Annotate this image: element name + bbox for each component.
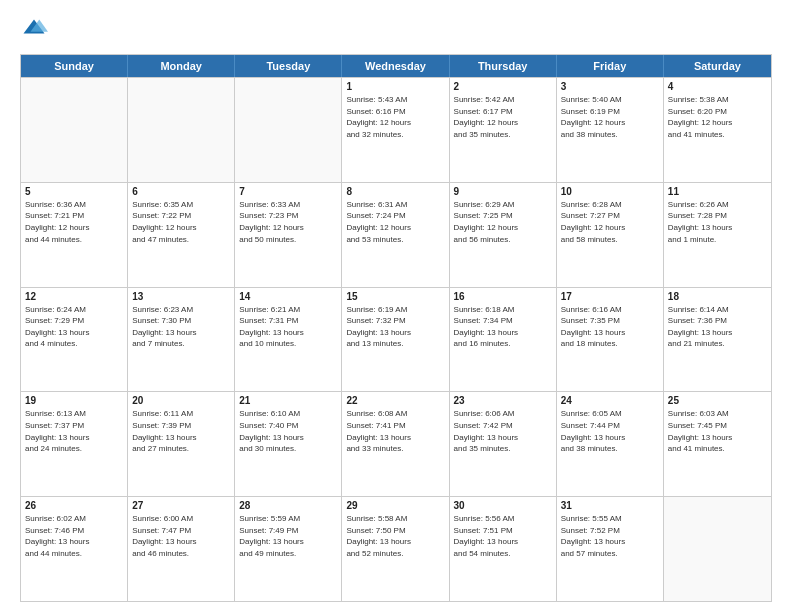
calendar-day-cell: 15Sunrise: 6:19 AM Sunset: 7:32 PM Dayli… xyxy=(342,288,449,392)
day-number: 27 xyxy=(132,500,230,511)
day-info: Sunrise: 6:31 AM Sunset: 7:24 PM Dayligh… xyxy=(346,199,444,245)
calendar-day-cell: 5Sunrise: 6:36 AM Sunset: 7:21 PM Daylig… xyxy=(21,183,128,287)
calendar-day-cell: 21Sunrise: 6:10 AM Sunset: 7:40 PM Dayli… xyxy=(235,392,342,496)
day-number: 28 xyxy=(239,500,337,511)
calendar-day-cell: 27Sunrise: 6:00 AM Sunset: 7:47 PM Dayli… xyxy=(128,497,235,601)
calendar: SundayMondayTuesdayWednesdayThursdayFrid… xyxy=(20,54,772,602)
calendar-day-cell: 19Sunrise: 6:13 AM Sunset: 7:37 PM Dayli… xyxy=(21,392,128,496)
calendar-empty-cell xyxy=(128,78,235,182)
day-info: Sunrise: 5:58 AM Sunset: 7:50 PM Dayligh… xyxy=(346,513,444,559)
day-number: 8 xyxy=(346,186,444,197)
calendar-day-cell: 20Sunrise: 6:11 AM Sunset: 7:39 PM Dayli… xyxy=(128,392,235,496)
day-info: Sunrise: 5:38 AM Sunset: 6:20 PM Dayligh… xyxy=(668,94,767,140)
day-info: Sunrise: 6:24 AM Sunset: 7:29 PM Dayligh… xyxy=(25,304,123,350)
calendar-day-cell: 12Sunrise: 6:24 AM Sunset: 7:29 PM Dayli… xyxy=(21,288,128,392)
weekday-header: Friday xyxy=(557,55,664,77)
calendar-row: 5Sunrise: 6:36 AM Sunset: 7:21 PM Daylig… xyxy=(21,182,771,287)
calendar-day-cell: 13Sunrise: 6:23 AM Sunset: 7:30 PM Dayli… xyxy=(128,288,235,392)
day-number: 4 xyxy=(668,81,767,92)
page: SundayMondayTuesdayWednesdayThursdayFrid… xyxy=(0,0,792,612)
calendar-day-cell: 14Sunrise: 6:21 AM Sunset: 7:31 PM Dayli… xyxy=(235,288,342,392)
day-number: 20 xyxy=(132,395,230,406)
day-info: Sunrise: 6:16 AM Sunset: 7:35 PM Dayligh… xyxy=(561,304,659,350)
day-number: 19 xyxy=(25,395,123,406)
day-info: Sunrise: 6:23 AM Sunset: 7:30 PM Dayligh… xyxy=(132,304,230,350)
day-number: 24 xyxy=(561,395,659,406)
day-info: Sunrise: 6:18 AM Sunset: 7:34 PM Dayligh… xyxy=(454,304,552,350)
day-number: 3 xyxy=(561,81,659,92)
day-info: Sunrise: 6:26 AM Sunset: 7:28 PM Dayligh… xyxy=(668,199,767,245)
day-number: 21 xyxy=(239,395,337,406)
calendar-day-cell: 1Sunrise: 5:43 AM Sunset: 6:16 PM Daylig… xyxy=(342,78,449,182)
calendar-header-row: SundayMondayTuesdayWednesdayThursdayFrid… xyxy=(21,55,771,77)
day-number: 17 xyxy=(561,291,659,302)
calendar-row: 12Sunrise: 6:24 AM Sunset: 7:29 PM Dayli… xyxy=(21,287,771,392)
weekday-header: Sunday xyxy=(21,55,128,77)
header xyxy=(20,16,772,44)
day-info: Sunrise: 6:08 AM Sunset: 7:41 PM Dayligh… xyxy=(346,408,444,454)
logo xyxy=(20,16,52,44)
calendar-day-cell: 8Sunrise: 6:31 AM Sunset: 7:24 PM Daylig… xyxy=(342,183,449,287)
calendar-row: 26Sunrise: 6:02 AM Sunset: 7:46 PM Dayli… xyxy=(21,496,771,601)
logo-icon xyxy=(20,16,48,44)
calendar-day-cell: 18Sunrise: 6:14 AM Sunset: 7:36 PM Dayli… xyxy=(664,288,771,392)
day-number: 30 xyxy=(454,500,552,511)
day-number: 29 xyxy=(346,500,444,511)
weekday-header: Tuesday xyxy=(235,55,342,77)
day-info: Sunrise: 6:02 AM Sunset: 7:46 PM Dayligh… xyxy=(25,513,123,559)
calendar-day-cell: 25Sunrise: 6:03 AM Sunset: 7:45 PM Dayli… xyxy=(664,392,771,496)
day-info: Sunrise: 5:40 AM Sunset: 6:19 PM Dayligh… xyxy=(561,94,659,140)
calendar-empty-cell xyxy=(235,78,342,182)
calendar-day-cell: 16Sunrise: 6:18 AM Sunset: 7:34 PM Dayli… xyxy=(450,288,557,392)
day-info: Sunrise: 6:29 AM Sunset: 7:25 PM Dayligh… xyxy=(454,199,552,245)
calendar-body: 1Sunrise: 5:43 AM Sunset: 6:16 PM Daylig… xyxy=(21,77,771,601)
calendar-day-cell: 17Sunrise: 6:16 AM Sunset: 7:35 PM Dayli… xyxy=(557,288,664,392)
day-info: Sunrise: 6:36 AM Sunset: 7:21 PM Dayligh… xyxy=(25,199,123,245)
calendar-empty-cell xyxy=(664,497,771,601)
day-number: 26 xyxy=(25,500,123,511)
weekday-header: Monday xyxy=(128,55,235,77)
weekday-header: Saturday xyxy=(664,55,771,77)
day-info: Sunrise: 6:35 AM Sunset: 7:22 PM Dayligh… xyxy=(132,199,230,245)
calendar-row: 19Sunrise: 6:13 AM Sunset: 7:37 PM Dayli… xyxy=(21,391,771,496)
day-number: 22 xyxy=(346,395,444,406)
day-info: Sunrise: 5:56 AM Sunset: 7:51 PM Dayligh… xyxy=(454,513,552,559)
day-number: 15 xyxy=(346,291,444,302)
day-info: Sunrise: 5:42 AM Sunset: 6:17 PM Dayligh… xyxy=(454,94,552,140)
calendar-day-cell: 31Sunrise: 5:55 AM Sunset: 7:52 PM Dayli… xyxy=(557,497,664,601)
calendar-day-cell: 7Sunrise: 6:33 AM Sunset: 7:23 PM Daylig… xyxy=(235,183,342,287)
day-info: Sunrise: 6:21 AM Sunset: 7:31 PM Dayligh… xyxy=(239,304,337,350)
day-number: 14 xyxy=(239,291,337,302)
day-number: 13 xyxy=(132,291,230,302)
day-number: 25 xyxy=(668,395,767,406)
day-info: Sunrise: 6:19 AM Sunset: 7:32 PM Dayligh… xyxy=(346,304,444,350)
day-number: 1 xyxy=(346,81,444,92)
calendar-day-cell: 6Sunrise: 6:35 AM Sunset: 7:22 PM Daylig… xyxy=(128,183,235,287)
day-info: Sunrise: 6:10 AM Sunset: 7:40 PM Dayligh… xyxy=(239,408,337,454)
day-number: 9 xyxy=(454,186,552,197)
day-number: 2 xyxy=(454,81,552,92)
day-info: Sunrise: 5:55 AM Sunset: 7:52 PM Dayligh… xyxy=(561,513,659,559)
day-info: Sunrise: 6:28 AM Sunset: 7:27 PM Dayligh… xyxy=(561,199,659,245)
day-number: 11 xyxy=(668,186,767,197)
day-number: 5 xyxy=(25,186,123,197)
calendar-row: 1Sunrise: 5:43 AM Sunset: 6:16 PM Daylig… xyxy=(21,77,771,182)
day-number: 10 xyxy=(561,186,659,197)
day-info: Sunrise: 6:06 AM Sunset: 7:42 PM Dayligh… xyxy=(454,408,552,454)
day-info: Sunrise: 5:43 AM Sunset: 6:16 PM Dayligh… xyxy=(346,94,444,140)
calendar-empty-cell xyxy=(21,78,128,182)
day-number: 18 xyxy=(668,291,767,302)
calendar-day-cell: 28Sunrise: 5:59 AM Sunset: 7:49 PM Dayli… xyxy=(235,497,342,601)
calendar-day-cell: 22Sunrise: 6:08 AM Sunset: 7:41 PM Dayli… xyxy=(342,392,449,496)
day-info: Sunrise: 6:03 AM Sunset: 7:45 PM Dayligh… xyxy=(668,408,767,454)
weekday-header: Wednesday xyxy=(342,55,449,77)
day-number: 23 xyxy=(454,395,552,406)
calendar-day-cell: 24Sunrise: 6:05 AM Sunset: 7:44 PM Dayli… xyxy=(557,392,664,496)
weekday-header: Thursday xyxy=(450,55,557,77)
day-info: Sunrise: 6:14 AM Sunset: 7:36 PM Dayligh… xyxy=(668,304,767,350)
day-number: 16 xyxy=(454,291,552,302)
calendar-day-cell: 4Sunrise: 5:38 AM Sunset: 6:20 PM Daylig… xyxy=(664,78,771,182)
day-info: Sunrise: 5:59 AM Sunset: 7:49 PM Dayligh… xyxy=(239,513,337,559)
day-info: Sunrise: 6:13 AM Sunset: 7:37 PM Dayligh… xyxy=(25,408,123,454)
day-number: 12 xyxy=(25,291,123,302)
